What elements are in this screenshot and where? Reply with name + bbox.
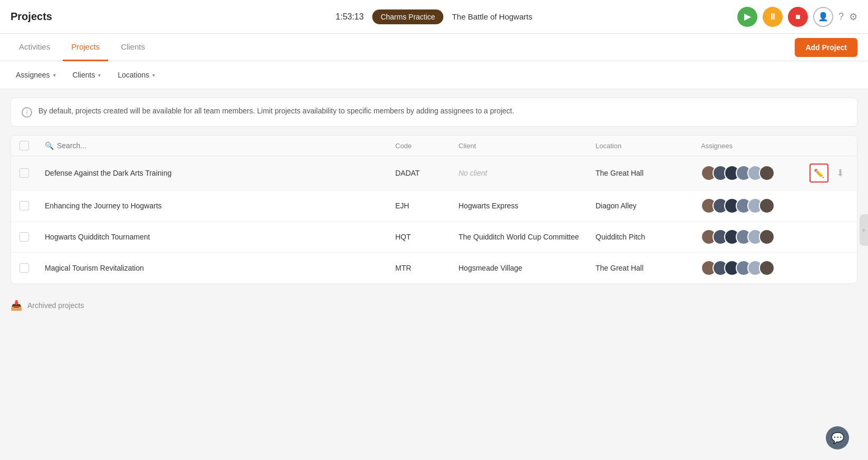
table-row[interactable]: Enhancing the Journey to Hogwarts EJH Ho…: [11, 190, 857, 222]
project-assignees: [701, 198, 806, 214]
code-column-header: Code: [395, 142, 459, 150]
settings-button[interactable]: ⚙: [849, 11, 857, 23]
assignees-filter[interactable]: Assignees ▾: [11, 68, 61, 82]
project-assignees: [701, 229, 806, 245]
header-actions: ▶ ⏸ ■ 👤 ? ⚙: [737, 7, 857, 27]
row-checkbox-cell: [19, 263, 45, 273]
project-code: EJH: [395, 202, 459, 210]
project-location: Quidditch Pitch: [596, 233, 701, 241]
project-name: Enhancing the Journey to Hogwarts: [45, 202, 395, 210]
project-assignees: [701, 165, 806, 181]
info-icon: i: [22, 107, 32, 118]
archive-icon: 📥: [11, 300, 22, 311]
row-checkbox[interactable]: [19, 201, 29, 210]
search-cell[interactable]: 🔍: [45, 141, 395, 150]
edit-project-button[interactable]: ✏️: [810, 164, 828, 183]
stop-button[interactable]: ■: [788, 7, 808, 27]
pause-button[interactable]: ⏸: [763, 7, 783, 27]
table-row[interactable]: Hogwarts Quidditch Tournament HQT The Qu…: [11, 222, 857, 253]
project-client: No client: [459, 169, 596, 177]
user-button[interactable]: 👤: [813, 7, 833, 27]
page-title: Projects: [11, 11, 52, 23]
tab-clients[interactable]: Clients: [112, 34, 153, 61]
avatar: [759, 165, 775, 181]
row-checkbox-cell: [19, 201, 45, 210]
locations-chevron-icon: ▾: [152, 72, 155, 78]
archived-projects-footer[interactable]: 📥 Archived projects: [0, 292, 868, 319]
select-all-checkbox-cell: [19, 141, 45, 150]
avatar: [759, 198, 775, 214]
project-location: Diagon Alley: [596, 202, 701, 210]
assignees-filter-label: Assignees: [16, 71, 50, 79]
row-checkbox[interactable]: [19, 263, 29, 273]
download-button[interactable]: ⬇: [832, 165, 849, 181]
row-checkbox[interactable]: [19, 232, 29, 242]
clients-chevron-icon: ▾: [98, 72, 101, 78]
add-project-button[interactable]: Add Project: [795, 38, 857, 57]
scroll-indicator[interactable]: ›: [860, 214, 868, 246]
avatar: [759, 260, 775, 276]
project-code: MTR: [395, 264, 459, 272]
row-checkbox-cell: [19, 168, 45, 178]
avatar: [759, 229, 775, 245]
locations-filter-label: Locations: [118, 71, 149, 79]
project-code: DADAT: [395, 169, 459, 177]
search-input[interactable]: [57, 141, 395, 150]
timer-display: 1:53:13: [336, 12, 364, 22]
assignees-column-header: Assignees: [701, 142, 806, 150]
project-client: The Quidditch World Cup Committee: [459, 233, 596, 241]
table-row[interactable]: Defense Against the Dark Arts Training D…: [11, 156, 857, 190]
table-header: 🔍 Code Client Location Assignees: [11, 136, 857, 156]
projects-table: 🔍 Code Client Location Assignees Defense…: [11, 135, 857, 284]
tab-activities[interactable]: Activities: [11, 34, 58, 61]
info-banner: i By default, projects created will be a…: [11, 98, 857, 127]
charms-badge[interactable]: Charms Practice: [372, 9, 443, 24]
location-column-header: Location: [596, 142, 701, 150]
project-name: Magical Tourism Revitalization: [45, 264, 395, 272]
search-icon: 🔍: [45, 141, 54, 150]
row-checkbox-cell: [19, 232, 45, 242]
project-name: Defense Against the Dark Arts Training: [45, 169, 395, 177]
locations-filter[interactable]: Locations ▾: [112, 68, 160, 82]
project-location: The Great Hall: [596, 169, 701, 177]
header-center: 1:53:13 Charms Practice The Battle of Ho…: [336, 9, 532, 24]
project-client: Hogsmeade Village: [459, 264, 596, 272]
nav-tabs: Activities Projects Clients Add Project: [0, 34, 868, 61]
assignees-chevron-icon: ▾: [53, 72, 56, 78]
archived-label: Archived projects: [27, 301, 84, 310]
clients-filter-label: Clients: [73, 71, 95, 79]
battle-label: The Battle of Hogwarts: [452, 12, 533, 21]
filters-bar: Assignees ▾ Clients ▾ Locations ▾: [0, 61, 868, 89]
app-header: Projects 1:53:13 Charms Practice The Bat…: [0, 0, 868, 34]
project-name: Hogwarts Quidditch Tournament: [45, 233, 395, 241]
project-assignees: [701, 260, 806, 276]
project-code: HQT: [395, 233, 459, 241]
table-row[interactable]: Magical Tourism Revitalization MTR Hogsm…: [11, 253, 857, 283]
project-client: Hogwarts Express: [459, 202, 596, 210]
info-text: By default, projects created will be ava…: [38, 107, 514, 115]
help-button[interactable]: ?: [838, 11, 844, 22]
project-location: The Great Hall: [596, 264, 701, 272]
row-actions: ✏️ ⬇: [806, 164, 849, 183]
select-all-checkbox[interactable]: [19, 141, 29, 150]
tab-projects[interactable]: Projects: [63, 34, 108, 61]
chevron-right-icon: ›: [863, 226, 865, 234]
client-column-header: Client: [459, 142, 596, 150]
clients-filter[interactable]: Clients ▾: [67, 68, 106, 82]
row-checkbox[interactable]: [19, 168, 29, 178]
play-button[interactable]: ▶: [737, 7, 757, 27]
